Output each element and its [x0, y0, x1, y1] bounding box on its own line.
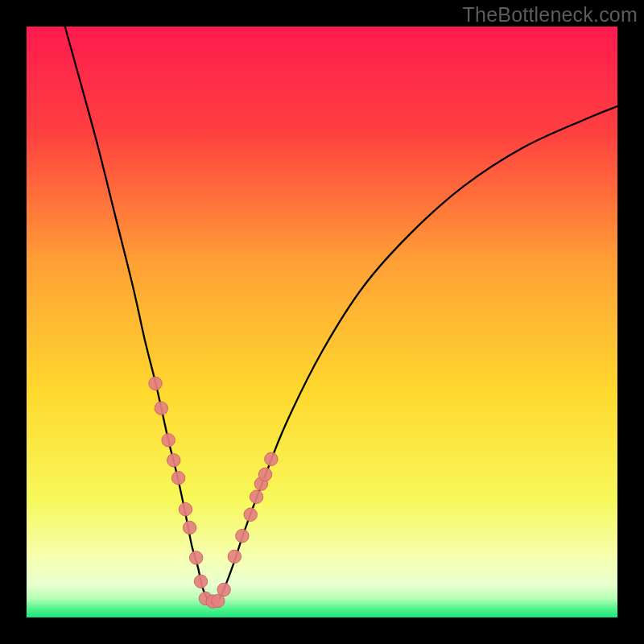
chart-stage: TheBottleneck.com	[0, 0, 644, 644]
plot-area	[27, 27, 617, 617]
gradient-background	[27, 27, 617, 617]
watermark-text: TheBottleneck.com	[463, 3, 638, 27]
svg-rect-0	[27, 27, 617, 617]
